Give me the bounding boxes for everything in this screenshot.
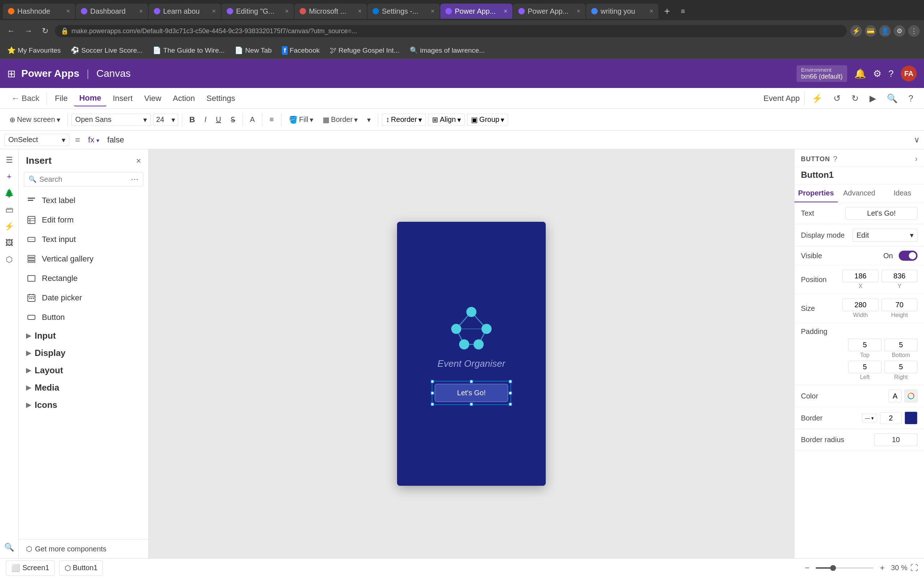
insert-item-date-picker[interactable]: Date picker — [19, 288, 149, 308]
handle-middle-right[interactable] — [509, 391, 512, 395]
rp-position-x-input[interactable] — [842, 270, 879, 282]
formula-selector[interactable]: OnSelect ▾ — [4, 134, 69, 146]
account-icon[interactable]: 👤 — [879, 25, 891, 37]
underline-button[interactable]: U — [212, 113, 225, 126]
bookmark-newtab[interactable]: 📄 New Tab — [232, 45, 275, 56]
environment-badge[interactable]: Environment txn66 (default) — [796, 65, 847, 82]
bookmark-refuge[interactable]: 🕊 Refuge Gospel Int... — [327, 45, 402, 56]
insert-search-input[interactable] — [39, 175, 126, 184]
rp-help-button[interactable]: ? — [833, 154, 837, 164]
tab-list-button[interactable]: ≡ — [676, 7, 690, 16]
rp-color-text-button[interactable]: A — [888, 390, 901, 403]
tab-editing[interactable]: Editing "G... × — [221, 3, 294, 19]
rp-border-color-swatch[interactable] — [905, 411, 918, 424]
rp-position-y-input[interactable] — [881, 270, 918, 282]
zoom-plus-button[interactable]: + — [876, 562, 888, 574]
rp-padding-left-input[interactable] — [848, 361, 881, 373]
tab-powerapps2[interactable]: Power App... × — [513, 3, 585, 19]
rp-text-input[interactable] — [845, 207, 918, 220]
settings-icon[interactable]: ⚙ — [894, 25, 905, 37]
formula-input[interactable]: false — [104, 134, 911, 146]
fill-button[interactable]: 🪣 Fill ▾ — [285, 113, 317, 126]
tab-dashboard[interactable]: Dashboard × — [76, 3, 148, 19]
menu-file[interactable]: File — [50, 91, 73, 106]
sidebar-icon-search[interactable]: 🔍 — [2, 540, 16, 554]
menu-home[interactable]: Home — [74, 90, 106, 106]
rp-padding-right-input[interactable] — [884, 361, 918, 373]
tab-close-icon[interactable]: × — [358, 8, 362, 15]
rp-border-radius-input[interactable] — [874, 434, 918, 446]
font-color-button[interactable]: A — [247, 113, 258, 126]
tab-microsoft[interactable]: Microsoft ... × — [294, 3, 367, 19]
notification-icon[interactable]: 🔔 — [855, 68, 866, 79]
rp-border-width-input[interactable] — [880, 412, 901, 424]
formula-expand-icon[interactable]: ∨ — [914, 135, 920, 145]
insert-search-more-button[interactable]: ⋯ — [131, 174, 139, 184]
handle-bottom-left[interactable] — [431, 403, 434, 406]
tab-settings[interactable]: Settings -... × — [367, 3, 439, 19]
rp-padding-top-input[interactable] — [848, 338, 881, 351]
tab-close-icon[interactable]: × — [66, 8, 70, 15]
more-toolbar-button[interactable]: ▾ — [363, 113, 374, 126]
border-button[interactable]: ▦ Border ▾ — [319, 113, 361, 126]
settings-gear-icon[interactable]: ⚙ — [873, 68, 881, 79]
back-button[interactable]: ← Back — [7, 92, 44, 105]
tab-close-icon[interactable]: × — [212, 8, 216, 15]
sidebar-icon-components[interactable]: ⬡ — [2, 253, 16, 267]
rp-size-width-input[interactable] — [842, 298, 879, 311]
tab-close-icon[interactable]: × — [504, 8, 507, 15]
align-items-button[interactable]: ⊞ Align ▾ — [428, 114, 465, 126]
tab-close-icon[interactable]: × — [577, 8, 580, 15]
handle-middle-left[interactable] — [431, 391, 434, 395]
menu-view[interactable]: View — [139, 91, 166, 106]
insert-item-text-label[interactable]: Text label — [19, 191, 149, 210]
rp-tab-ideas[interactable]: Ideas — [881, 185, 924, 202]
lets-go-button[interactable]: Let's Go! — [435, 384, 508, 402]
rp-expand-button[interactable]: › — [915, 154, 918, 164]
reorder-button[interactable]: ↕ Reorder ▾ — [382, 114, 426, 126]
new-screen-button[interactable]: ⊕ New screen ▾ — [6, 113, 64, 126]
avatar[interactable]: FA — [901, 66, 917, 82]
zoom-slider-thumb[interactable] — [830, 565, 836, 571]
font-family-selector[interactable]: Open Sans ▾ — [71, 114, 151, 126]
menu-settings[interactable]: Settings — [201, 91, 241, 106]
zoom-minus-button[interactable]: − — [801, 562, 813, 574]
group-button[interactable]: ▣ Group ▾ — [467, 114, 509, 126]
tab-close-icon[interactable]: × — [431, 8, 435, 15]
insert-item-rectangle[interactable]: Rectangle — [19, 269, 149, 288]
menu-icon-play[interactable]: ▶ — [866, 91, 880, 106]
rp-tab-properties[interactable]: Properties — [795, 185, 838, 202]
insert-group-media[interactable]: ▶ Media — [19, 379, 149, 396]
insert-group-layout[interactable]: ▶ Layout — [19, 362, 149, 379]
more-icon[interactable]: ⋮ — [908, 25, 920, 37]
reload-button[interactable]: ↻ — [39, 25, 51, 37]
insert-group-input[interactable]: ▶ Input — [19, 327, 149, 344]
align-button[interactable]: ≡ — [266, 113, 278, 126]
insert-item-edit-form[interactable]: Edit form — [19, 210, 149, 230]
waffle-icon[interactable]: ⊞ — [7, 68, 16, 80]
tab-close-icon[interactable]: × — [139, 8, 143, 15]
bookmark-my-favourites[interactable]: ⭐ My Favourites — [4, 45, 63, 56]
handle-top-right[interactable] — [509, 380, 512, 384]
menu-icon-help[interactable]: ? — [905, 91, 917, 106]
sidebar-icon-media[interactable]: 🖼 — [2, 236, 16, 250]
tab-close-icon[interactable]: × — [649, 8, 653, 15]
tab-close-icon[interactable]: × — [285, 8, 289, 15]
bookmark-guide[interactable]: 📄 The Guide to Wire... — [150, 45, 228, 56]
sidebar-icon-menu[interactable]: ☰ — [2, 153, 16, 167]
menu-icon-redo[interactable]: ↻ — [848, 91, 862, 106]
rp-color-picker-button[interactable] — [905, 390, 918, 403]
insert-group-display[interactable]: ▶ Display — [19, 344, 149, 362]
bookmark-images[interactable]: 🔍 images of lawrence... — [407, 45, 488, 56]
insert-item-text-input[interactable]: Text input — [19, 230, 149, 249]
insert-panel-close-button[interactable]: × — [136, 156, 141, 166]
menu-action[interactable]: Action — [168, 91, 200, 106]
sidebar-icon-tree[interactable]: 🌲 — [2, 186, 16, 200]
menu-icon-undo[interactable]: ↺ — [830, 91, 844, 106]
bookmark-soccer[interactable]: ⚽ Soccer Live Score... — [68, 45, 145, 56]
zoom-slider[interactable] — [816, 567, 874, 569]
insert-item-vertical-gallery[interactable]: Vertical gallery — [19, 249, 149, 269]
strikethrough-button[interactable]: S̶ — [227, 113, 239, 126]
sidebar-icon-variables[interactable]: ⚡ — [2, 219, 16, 234]
menu-insert[interactable]: Insert — [108, 91, 138, 106]
